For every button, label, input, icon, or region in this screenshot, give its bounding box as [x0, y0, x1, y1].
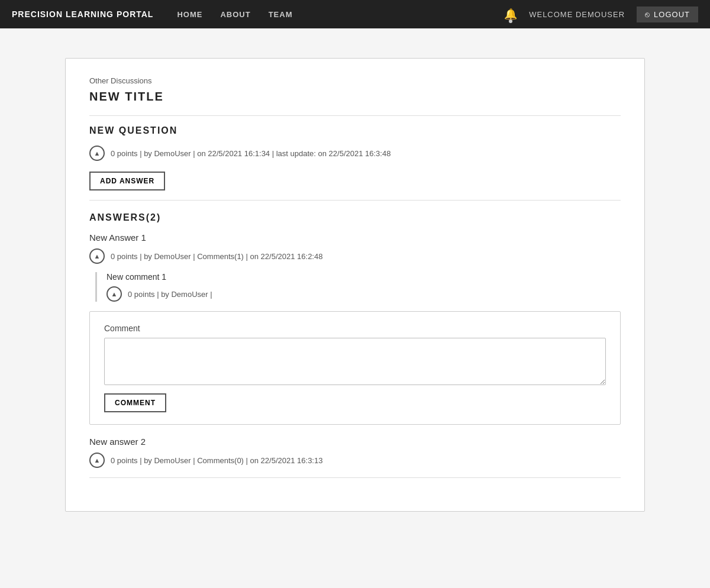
bell-dot [509, 20, 512, 23]
comment-form-label: Comment [104, 324, 606, 333]
logout-label: LOGOUT [654, 10, 690, 19]
comment-button[interactable]: COMMENT [104, 393, 166, 412]
nav-links: HOME ABOUT TEAM [177, 10, 504, 19]
logout-icon: ⎋ [645, 10, 650, 19]
answer-1-meta: 0 points | by DemoUser | Comments(1) | o… [111, 252, 322, 261]
question-section: NEW QUESTION 0 points | by DemoUser | on… [89, 125, 621, 190]
page-wrapper: Other Discussions NEW TITLE NEW QUESTION… [65, 58, 645, 512]
question-meta: 0 points | by DemoUser | on 22/5/2021 16… [111, 149, 390, 158]
navbar: PRECISION LEARNING PORTAL HOME ABOUT TEA… [0, 0, 710, 28]
nav-about[interactable]: ABOUT [220, 10, 250, 19]
answers-section-title: ANSWERS(2) [89, 212, 621, 223]
comment-1-meta-row: 0 points | by DemoUser | [106, 286, 621, 302]
comment-textarea[interactable] [104, 338, 606, 385]
logout-button[interactable]: ⎋ LOGOUT [637, 7, 698, 22]
nav-right: 🔔 WELCOME DEMOUSER ⎋ LOGOUT [504, 7, 698, 22]
bell-icon[interactable]: 🔔 [504, 8, 517, 21]
answer-2-meta: 0 points | by DemoUser | Comments(0) | o… [111, 456, 322, 465]
nav-brand: PRECISION LEARNING PORTAL [12, 9, 153, 19]
welcome-text: WELCOME DEMOUSER [529, 10, 625, 19]
question-upvote-icon[interactable] [89, 146, 105, 161]
breadcrumb: Other Discussions [89, 76, 621, 85]
comment-1-text: New comment 1 [106, 272, 621, 282]
comment-1-upvote-icon[interactable] [106, 286, 122, 302]
answer-1-meta-row: 0 points | by DemoUser | Comments(1) | o… [89, 248, 621, 264]
page-title: NEW TITLE [89, 90, 621, 104]
question-meta-row: 0 points | by DemoUser | on 22/5/2021 16… [89, 146, 621, 161]
comment-1-meta: 0 points | by DemoUser | [128, 290, 212, 299]
answer-1-upvote-icon[interactable] [89, 248, 105, 264]
divider-3 [89, 477, 621, 478]
nav-home[interactable]: HOME [177, 10, 202, 19]
answers-section: ANSWERS(2) New Answer 1 0 points | by De… [89, 212, 621, 478]
comment-form-box: Comment COMMENT [89, 311, 621, 425]
answer-2-upvote-icon[interactable] [89, 453, 105, 468]
nav-team[interactable]: TEAM [269, 10, 293, 19]
divider-1 [89, 115, 621, 116]
divider-2 [89, 200, 621, 201]
question-section-title: NEW QUESTION [89, 125, 621, 136]
add-answer-button[interactable]: ADD ANSWER [89, 172, 165, 190]
comment-block-1: New comment 1 0 points | by DemoUser | [95, 272, 621, 302]
answer-2: New answer 2 0 points | by DemoUser | Co… [89, 437, 621, 468]
answer-2-meta-row: 0 points | by DemoUser | Comments(0) | o… [89, 453, 621, 468]
answer-1-title: New Answer 1 [89, 232, 621, 243]
answer-1: New Answer 1 0 points | by DemoUser | Co… [89, 232, 621, 302]
answer-2-title: New answer 2 [89, 437, 621, 447]
